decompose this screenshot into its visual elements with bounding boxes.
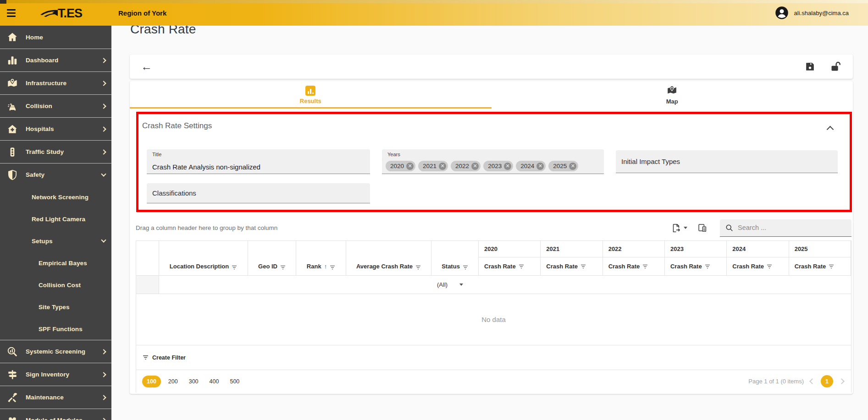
sidebar-item-dashboard[interactable]: Dashboard	[0, 49, 111, 71]
filter-icon[interactable]	[415, 265, 421, 270]
search-input[interactable]	[738, 224, 846, 231]
hamburger-menu-icon[interactable]	[0, 0, 21, 26]
column-header-crash-rate-2022[interactable]: Crash Rate	[603, 257, 665, 276]
filter-icon[interactable]	[232, 265, 237, 270]
filter-row-cell[interactable]	[296, 276, 346, 294]
filter-row-cell[interactable]	[346, 276, 431, 294]
column-header-crash-rate-2025[interactable]: Crash Rate	[789, 257, 851, 276]
export-button[interactable]	[671, 223, 687, 233]
filter-row-cell[interactable]	[541, 276, 603, 294]
sidebar-item-module-of-modules[interactable]: Module of Modules	[0, 409, 111, 420]
sidebar-item-home[interactable]: Home	[0, 26, 111, 49]
band-header-2023[interactable]: 2023	[665, 241, 727, 257]
band-header-2020[interactable]: 2020	[479, 241, 541, 257]
year-chip[interactable]: 2023✕	[483, 161, 513, 171]
classifications-field[interactable]: Classifications	[147, 183, 370, 203]
tab-results[interactable]: Results	[130, 81, 492, 109]
title-input[interactable]	[152, 163, 354, 171]
filter-icon[interactable]	[519, 264, 524, 269]
sidebar-item-hospitals[interactable]: Hospitals	[0, 117, 111, 140]
chip-remove-icon[interactable]: ✕	[471, 163, 479, 170]
column-chooser-icon[interactable]	[697, 223, 707, 233]
filter-icon[interactable]	[330, 265, 335, 270]
status-filter-dropdown[interactable]: (All)	[431, 276, 479, 294]
search-box[interactable]	[720, 219, 851, 237]
title-field[interactable]: Title	[147, 149, 370, 174]
page-size-300[interactable]: 300	[185, 376, 202, 387]
collapse-chevron-up-icon[interactable]	[827, 126, 834, 133]
chevron-down-icon	[101, 237, 106, 242]
column-header-average-crash-rate[interactable]: Average Crash Rate	[346, 241, 431, 276]
sidebar-item-setups[interactable]: Setups	[0, 230, 111, 252]
sidebar-item-safety[interactable]: Safety	[0, 163, 111, 186]
filter-icon[interactable]	[280, 265, 286, 270]
page-size-200[interactable]: 200	[165, 376, 182, 387]
sidebar-item-empirical-bayes[interactable]: Empirical Bayes	[0, 252, 111, 274]
chip-remove-icon[interactable]: ✕	[569, 163, 576, 170]
page-size-500[interactable]: 500	[226, 376, 243, 387]
sidebar-item-collision[interactable]: Collision	[0, 94, 111, 117]
chip-remove-icon[interactable]: ✕	[536, 163, 544, 170]
filter-row-cell[interactable]	[479, 276, 541, 294]
filter-icon[interactable]	[767, 264, 772, 269]
sidebar-item-spf-functions[interactable]: SPF Functions	[0, 318, 111, 340]
filter-row-cell[interactable]	[603, 276, 665, 294]
save-icon[interactable]	[804, 61, 816, 72]
chip-remove-icon[interactable]: ✕	[439, 163, 446, 170]
filter-icon[interactable]	[581, 264, 586, 269]
sidebar-item-maintenance[interactable]: Maintenance	[0, 386, 111, 409]
filter-icon[interactable]	[463, 265, 468, 270]
column-header-location-description[interactable]: Location Description	[159, 241, 248, 276]
year-chip[interactable]: 2024✕	[516, 161, 546, 171]
band-header-2025[interactable]: 2025	[789, 241, 851, 257]
column-header-crash-rate-2021[interactable]: Crash Rate	[541, 257, 603, 276]
years-field[interactable]: Years 2020✕ 2021✕ 2022✕ 2023✕ 2024✕ 2025…	[382, 149, 604, 174]
current-page-button[interactable]: 1	[821, 375, 833, 387]
map-icon	[666, 85, 678, 96]
column-header-rank[interactable]: Rank ↑	[296, 241, 346, 276]
page-size-100[interactable]: 100	[142, 376, 161, 387]
page-size-400[interactable]: 400	[206, 376, 223, 387]
sidebar-item-network-screening[interactable]: Network Screening	[0, 186, 111, 208]
chevron-right-icon	[101, 149, 106, 154]
initial-impact-types-field[interactable]: Initial Impact Types	[616, 150, 838, 173]
filter-row-cell[interactable]	[665, 276, 727, 294]
column-header-status[interactable]: Status	[431, 241, 479, 276]
sidebar-item-site-types[interactable]: Site Types	[0, 296, 111, 318]
year-chip[interactable]: 2025✕	[548, 161, 578, 171]
filter-icon[interactable]	[642, 264, 648, 269]
sidebar-item-systemic-screening[interactable]: Systemic Screening	[0, 340, 111, 363]
user-avatar-icon[interactable]	[775, 6, 789, 20]
create-filter-button[interactable]: Create Filter	[136, 345, 851, 370]
classifications-label: Classifications	[147, 189, 196, 197]
filter-row-cell[interactable]	[727, 276, 789, 294]
next-page-icon[interactable]	[839, 378, 845, 384]
sidebar-item-red-light-camera[interactable]: Red Light Camera	[0, 208, 111, 230]
band-header-2024[interactable]: 2024	[727, 241, 789, 257]
filter-icon[interactable]	[705, 264, 710, 269]
chip-remove-icon[interactable]: ✕	[406, 163, 414, 170]
year-chip[interactable]: 2021✕	[418, 161, 448, 171]
column-header-crash-rate-2024[interactable]: Crash Rate	[727, 257, 789, 276]
column-header-geo-id[interactable]: Geo ID	[248, 241, 296, 276]
back-arrow-icon[interactable]: ←	[141, 61, 152, 72]
chip-remove-icon[interactable]: ✕	[504, 163, 511, 170]
band-header-2022[interactable]: 2022	[603, 241, 665, 257]
previous-page-icon[interactable]	[809, 378, 815, 384]
sidebar-item-traffic-study[interactable]: Traffic Study	[0, 140, 111, 163]
filter-row-cell[interactable]	[789, 276, 851, 294]
unlock-icon[interactable]	[829, 60, 842, 73]
year-chip[interactable]: 2022✕	[451, 161, 481, 171]
sidebar-item-sign-inventory[interactable]: Sign Inventory	[0, 363, 111, 386]
band-header-2021[interactable]: 2021	[541, 241, 603, 257]
filter-row-cell[interactable]	[248, 276, 296, 294]
tab-map[interactable]: Map	[492, 81, 853, 109]
column-header-crash-rate-2020[interactable]: Crash Rate	[479, 257, 541, 276]
sidebar-item-collision-cost[interactable]: Collision Cost	[0, 274, 111, 296]
top-bar: T.ES Region of York ali.shalaby@cima.ca	[0, 0, 868, 26]
sidebar-item-infrastructure[interactable]: Infrastructure	[0, 71, 111, 94]
filter-icon[interactable]	[829, 264, 834, 269]
year-chip[interactable]: 2020✕	[386, 161, 415, 171]
column-header-crash-rate-2023[interactable]: Crash Rate	[665, 257, 727, 276]
filter-row-cell[interactable]	[159, 276, 248, 294]
